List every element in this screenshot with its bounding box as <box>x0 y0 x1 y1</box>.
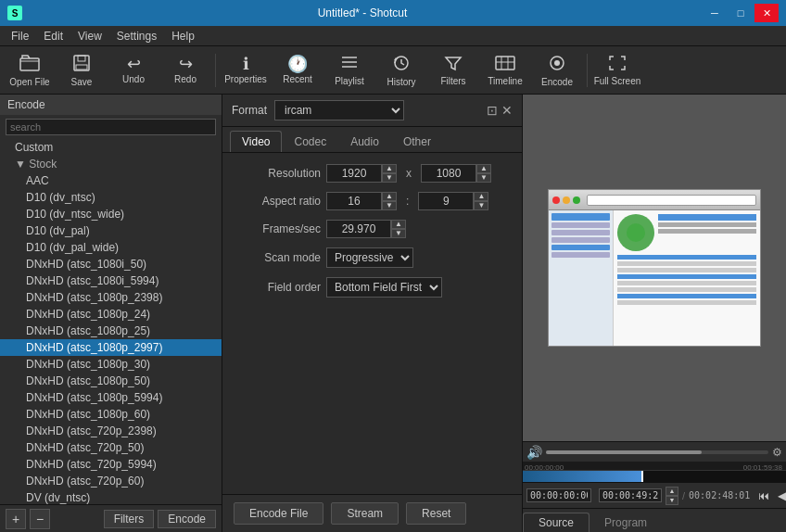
remove-preset-button[interactable]: − <box>30 509 50 529</box>
encode-file-button[interactable]: Encode File <box>234 502 323 525</box>
search-box <box>0 115 222 139</box>
tree-item-custom[interactable]: Custom <box>0 139 222 156</box>
tree-item-dnxhd-720p-5994[interactable]: DNxHD (atsc_720p_5994) <box>0 456 222 473</box>
tree-item-dnxhd-1080i-5994[interactable]: DNxHD (atsc_1080i_5994) <box>0 272 222 289</box>
fps-row: Frames/sec ▲ ▼ <box>237 220 507 238</box>
fullscreen-button[interactable]: Full Screen <box>593 49 641 92</box>
tree-item-dnxhd-720p-50[interactable]: DNxHD (atsc_720p_50) <box>0 439 222 456</box>
timeline-button[interactable]: Timeline <box>481 49 529 92</box>
tab-other[interactable]: Other <box>391 131 443 152</box>
fullscreen-label: Full Screen <box>594 76 641 86</box>
source-tab[interactable]: Source <box>523 513 590 532</box>
encode-icon <box>548 54 566 75</box>
timeline-track[interactable]: 00:00:00:00 00:01:59:38 <box>523 462 786 482</box>
menu-edit[interactable]: Edit <box>36 28 70 44</box>
program-tab[interactable]: Program <box>590 513 662 532</box>
tree-item-d10-ntsc[interactable]: D10 (dv_ntsc) <box>0 189 222 206</box>
tab-codec[interactable]: Codec <box>282 131 338 152</box>
panel-close-icon[interactable]: ✕ <box>501 103 513 118</box>
fps-input[interactable] <box>326 220 391 238</box>
save-button[interactable]: Save <box>57 49 106 92</box>
redo-button[interactable]: ↪ Redo <box>161 49 209 92</box>
tree-item-dnxhd-720p-60[interactable]: DNxHD (atsc_720p_60) <box>0 473 222 489</box>
tree-item-dnxhd-720p-2398[interactable]: DNxHD (atsc_720p_2398) <box>0 423 222 439</box>
properties-button[interactable]: ℹ Properties <box>222 49 270 92</box>
in-up-btn[interactable]: ▲ <box>666 487 678 496</box>
jump-start-button[interactable]: ⏮ <box>755 488 772 504</box>
in-down-btn[interactable]: ▼ <box>666 496 678 505</box>
maximize-button[interactable]: □ <box>729 4 753 22</box>
aspect-h-up-btn[interactable]: ▲ <box>474 192 488 201</box>
tree-item-dnxhd-1080i-50[interactable]: DNxHD (atsc_1080i_50) <box>0 256 222 272</box>
current-timecode-input[interactable] <box>526 488 591 502</box>
close-button[interactable]: ✕ <box>754 4 779 22</box>
timecode-row: ▲ ▼ / 00:02:48:01 ⏮ ◀ ▶ ⏭ <box>523 482 786 508</box>
encode-button[interactable]: Encode <box>533 49 581 92</box>
tree-item-dnxhd-1080p-24[interactable]: DNxHD (atsc_1080p_24) <box>0 306 222 323</box>
aspect-w-up-btn[interactable]: ▲ <box>382 192 397 201</box>
tree-item-dnxhd-1080p-50[interactable]: DNxHD (atsc_1080p_50) <box>0 373 222 389</box>
in-point-input[interactable] <box>599 488 662 502</box>
play-reverse-button[interactable]: ◀ <box>773 488 786 504</box>
window-title: Untitled* - Shotcut <box>22 6 703 19</box>
menu-view[interactable]: View <box>70 28 109 44</box>
main-area: Encode Custom ▼ Stock AAC D10 (dv_ntsc) … <box>0 95 786 532</box>
open-file-label: Open File <box>9 77 49 87</box>
tree-item-dnxhd-1080p-60[interactable]: DNxHD (atsc_1080p_60) <box>0 406 222 423</box>
resolution-height-input[interactable] <box>421 164 476 183</box>
open-file-button[interactable]: Open File <box>6 49 54 92</box>
tree-item-dnxhd-1080p-2398[interactable]: DNxHD (atsc_1080p_2398) <box>0 289 222 306</box>
tree-item-d10-pal-wide[interactable]: D10 (dv_pal_wide) <box>0 239 222 256</box>
menu-help[interactable]: Help <box>164 28 202 44</box>
timeline-controls-bar: 🔊 ⚙ <box>523 441 786 462</box>
aspect-h-down-btn[interactable]: ▼ <box>474 201 488 210</box>
resolution-width-input[interactable] <box>326 164 382 183</box>
tree-item-d10-ntsc-wide[interactable]: D10 (dv_ntsc_wide) <box>0 206 222 222</box>
svg-rect-10 <box>496 57 514 70</box>
res-height-up-btn[interactable]: ▲ <box>476 164 491 173</box>
field-order-select[interactable]: Bottom Field First Top Field First <box>326 277 442 298</box>
tree-item-aac[interactable]: AAC <box>0 172 222 189</box>
filters-bottom-button[interactable]: Filters <box>104 510 155 528</box>
encode-bottom-button[interactable]: Encode <box>158 510 216 528</box>
volume-icon[interactable]: 🔊 <box>526 445 542 460</box>
window-controls: ─ □ ✕ <box>703 4 779 22</box>
aspect-sep: : <box>402 195 412 208</box>
tab-audio[interactable]: Audio <box>338 131 391 152</box>
fps-down-btn[interactable]: ▼ <box>391 229 406 238</box>
fps-up-btn[interactable]: ▲ <box>391 220 406 229</box>
res-width-up-btn[interactable]: ▲ <box>382 164 397 173</box>
tree-item-dv-ntsc[interactable]: DV (dv_ntsc) <box>0 489 222 504</box>
aspect-w-down-btn[interactable]: ▼ <box>382 201 397 210</box>
timeline-settings-icon[interactable]: ⚙ <box>772 446 782 459</box>
menu-settings[interactable]: Settings <box>109 28 164 44</box>
tree-item-dnxhd-1080p-25[interactable]: DNxHD (atsc_1080p_25) <box>0 323 222 339</box>
tree-item-dnxhd-1080p-5994[interactable]: DNxHD (atsc_1080p_5994) <box>0 389 222 406</box>
reset-button[interactable]: Reset <box>406 502 466 525</box>
tree-item-dnxhd-1080p-2997[interactable]: DNxHD (atsc_1080p_2997) <box>0 339 222 356</box>
playlist-button[interactable]: Playlist <box>325 49 374 92</box>
filters-button[interactable]: Filters <box>429 49 477 92</box>
aspect-height-input[interactable] <box>418 192 474 210</box>
panel-icons: ⊡ ✕ <box>487 103 513 118</box>
minimize-button[interactable]: ─ <box>703 4 727 22</box>
add-preset-button[interactable]: + <box>6 509 26 529</box>
tree-item-d10-pal[interactable]: D10 (dv_pal) <box>0 222 222 239</box>
stream-button[interactable]: Stream <box>331 502 399 525</box>
recent-button[interactable]: 🕐 Recent <box>273 49 322 92</box>
expand-icon[interactable]: ⊡ <box>487 103 498 118</box>
res-height-down-btn[interactable]: ▼ <box>476 173 491 183</box>
search-input[interactable] <box>6 119 216 135</box>
tree-item-dnxhd-1080p-30[interactable]: DNxHD (atsc_1080p_30) <box>0 356 222 373</box>
history-button[interactable]: History <box>377 49 425 92</box>
tree-item-stock[interactable]: ▼ Stock <box>0 156 222 172</box>
menu-file[interactable]: File <box>4 28 36 44</box>
res-width-down-btn[interactable]: ▼ <box>382 173 397 183</box>
timeline-label: Timeline <box>488 76 522 86</box>
aspect-width-input[interactable] <box>326 192 382 210</box>
format-select[interactable]: ircam mp4 mkv mov avi <box>274 100 404 120</box>
volume-slider[interactable] <box>546 450 768 454</box>
tab-video[interactable]: Video <box>230 131 282 152</box>
undo-button[interactable]: ↩ Undo <box>109 49 158 92</box>
scan-mode-select[interactable]: Progressive Interlaced <box>326 247 413 268</box>
